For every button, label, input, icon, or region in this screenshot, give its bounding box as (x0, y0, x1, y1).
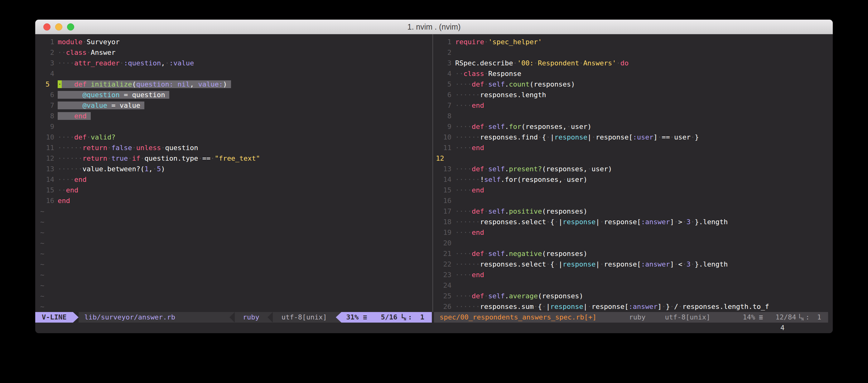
window-controls (43, 20, 74, 34)
code-line: 20 (434, 238, 833, 248)
minimize-button-icon[interactable] (55, 23, 62, 31)
code-line: 11······return·false·unless·question (35, 143, 432, 153)
code-line: 8 end (35, 111, 432, 121)
code-line: 26······responses.sum·{·|response|·respo… (434, 302, 833, 312)
code-line: ~ (35, 217, 432, 227)
line-number: 7 (434, 100, 455, 111)
line-number: 20 (434, 238, 455, 248)
terminal-window: 1. nvim . (nvim) 1module·Surveyor2··clas… (35, 20, 833, 333)
visual-selection: @question = question (58, 91, 169, 99)
pending-command-count: 4 (780, 323, 784, 333)
code-line: 17····def·self.positive(responses) (434, 206, 833, 217)
mode-indicator: V-LINE (35, 312, 73, 323)
line-number: 8 (35, 111, 58, 121)
line-number: 2 (434, 47, 455, 58)
line-number: 1 (434, 37, 455, 47)
filename-left: lib/surveyor/answer.rb (79, 312, 229, 323)
line-position-left: 5/16 (381, 312, 398, 323)
line-number: 6 (434, 90, 455, 100)
line-number: 4 (35, 69, 58, 79)
code-line: 2 (434, 47, 833, 58)
lines-icon: ≡ (363, 312, 367, 323)
line-number: 21 (434, 248, 455, 259)
code-line: 7 @value = value (35, 100, 432, 111)
line-number: 13 (35, 164, 58, 174)
code-line: 16end (35, 196, 432, 206)
colon-separator: : (408, 312, 412, 323)
scroll-percent-right: 14% (743, 312, 755, 323)
code-line: 9 (35, 121, 432, 132)
code-line: 1module·Surveyor (35, 37, 432, 47)
line-number: 11 (35, 143, 58, 153)
code-line: 12······return·true·if·question.type·==·… (35, 153, 432, 164)
visual-selection: · def initialize(question: nil, value:) (58, 80, 231, 88)
empty-line-tilde: ~ (35, 206, 44, 217)
empty-line-tilde: ~ (35, 227, 44, 238)
line-number: 12 (35, 153, 58, 164)
line-position-right: 12/84 (775, 312, 796, 323)
empty-line-tilde: ~ (35, 280, 44, 291)
line-number: 16 (434, 196, 455, 206)
editor-pane-right[interactable]: 1require·'spec_helper'23RSpec.describe·'… (434, 34, 833, 312)
line-number: 12 (434, 153, 455, 164)
empty-line-tilde: ~ (35, 217, 44, 227)
empty-line-tilde: ~ (35, 248, 44, 259)
code-line: ~ (35, 238, 432, 248)
code-line: 2··class·Answer (35, 47, 432, 58)
line-number: 19 (434, 227, 455, 238)
line-number: 26 (434, 302, 455, 312)
code-line: 15··end (35, 185, 432, 196)
line-number: 14 (434, 174, 455, 185)
editor-pane-left[interactable]: 1module·Surveyor2··class·Answer3····attr… (35, 34, 432, 312)
empty-line-tilde: ~ (35, 238, 44, 248)
encoding-left: utf-8[unix] (273, 312, 336, 323)
line-number: 22 (434, 259, 455, 270)
line-number: 1 (35, 37, 58, 47)
code-line: 14····end (35, 174, 432, 185)
title-bar[interactable]: 1. nvim . (nvim) (35, 20, 833, 34)
line-number: 8 (434, 111, 455, 121)
colon-separator: : (806, 312, 810, 323)
line-number: 2 (35, 47, 58, 58)
window-separator[interactable] (432, 34, 433, 312)
code-line: 23····end (434, 270, 833, 280)
line-number: 6 (35, 90, 58, 100)
code-line: 6······responses.length (434, 90, 833, 100)
code-line: 3····attr_reader·:question,·:value (35, 58, 432, 69)
line-number-icon: LN (401, 312, 408, 323)
code-line: 13····def·self.present?(responses,·user) (434, 164, 833, 174)
filename-right: spec/00_respondents_answers_spec.rb[+] (434, 312, 596, 323)
line-number: 13 (434, 164, 455, 174)
code-line: 1require·'spec_helper' (434, 37, 833, 47)
line-number: 18 (434, 217, 455, 227)
code-line: 22······responses.select·{·|response|·re… (434, 259, 833, 270)
position-segment-left: 31% ≡ 5/16 LN : 1 (341, 312, 432, 323)
command-line[interactable]: 4 (35, 323, 833, 333)
column-number-right: 1 (817, 312, 828, 323)
filetype-left: ruby (235, 312, 268, 323)
line-number: 25 (434, 291, 455, 302)
code-line: 4··class·Response (434, 69, 833, 79)
code-line: 15····end (434, 185, 833, 196)
empty-line-tilde: ~ (35, 259, 44, 270)
code-line: ~ (35, 291, 432, 302)
line-number: 5 (35, 79, 58, 90)
line-number: 14 (35, 174, 58, 185)
lines-icon: ≡ (759, 312, 763, 323)
empty-line-tilde: ~ (35, 291, 44, 302)
line-number: 10 (434, 132, 455, 143)
code-line: 13······value.between?(1,·5) (35, 164, 432, 174)
line-number: 7 (35, 100, 58, 111)
code-line: ~ (35, 206, 432, 217)
code-line: 19····end (434, 227, 833, 238)
zoom-button-icon[interactable] (67, 23, 74, 31)
close-button-icon[interactable] (43, 23, 51, 31)
powerline-separator-icon (73, 312, 79, 323)
line-number: 16 (35, 196, 58, 206)
filetype-right: ruby (629, 312, 646, 323)
statusline-right: spec/00_respondents_answers_spec.rb[+] r… (434, 312, 828, 323)
code-line: 16 (434, 196, 833, 206)
encoding-right: utf-8[unix] (665, 312, 711, 323)
code-line: ~ (35, 270, 432, 280)
line-number: 24 (434, 280, 455, 291)
